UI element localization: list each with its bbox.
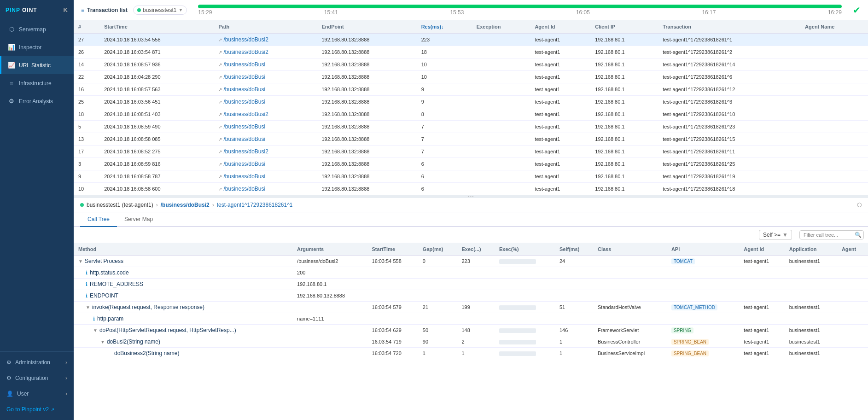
col-endpoint[interactable]: EndPoint	[317, 20, 416, 34]
self-filter-label: Self >=	[763, 232, 781, 238]
ct-col-exec-ms[interactable]: Exec(...)	[457, 243, 495, 256]
cell-agent-name	[800, 146, 868, 158]
detail-tabs: Call Tree Server Map	[74, 212, 868, 227]
table-row[interactable]: 9 2024.10.18 16:08:58 787 ↗/business/doB…	[74, 170, 868, 183]
path-link[interactable]: /business/doBusi	[223, 123, 265, 130]
col-res-ms[interactable]: Res(ms)↓	[417, 20, 472, 34]
table-row[interactable]: 5 2024.10.18 16:08:59 490 ↗/business/doB…	[74, 121, 868, 133]
detail-transaction[interactable]: test-agent1^1729238618261^1	[217, 202, 293, 208]
cell-client-ip: 192.168.80.1	[590, 133, 658, 146]
ct-col-method[interactable]: Method	[74, 243, 292, 256]
path-link[interactable]: /business/doBusi2	[223, 49, 268, 55]
tab-call-tree[interactable]: Call Tree	[80, 212, 117, 227]
collapse-button[interactable]: K	[64, 6, 68, 13]
filter-input[interactable]	[799, 230, 864, 239]
sidebar-item-url-statistic[interactable]: 📈 URL Statistic	[0, 56, 74, 74]
expand-icon[interactable]: ⬡	[857, 202, 862, 208]
ct-col-application[interactable]: Application	[785, 243, 837, 256]
sidebar-item-servermap[interactable]: ⬡ Servermap	[0, 20, 74, 38]
col-num[interactable]: #	[74, 20, 99, 34]
col-transaction[interactable]: Transaction	[658, 20, 800, 34]
sidebar-item-inspector[interactable]: 📊 Inspector	[0, 38, 74, 56]
col-client-ip[interactable]: Client IP	[590, 20, 658, 34]
ct-col-gap-ms[interactable]: Gap(ms)	[418, 243, 457, 256]
ct-col-start-time[interactable]: StartTime	[367, 243, 418, 256]
table-row[interactable]: 25 2024.10.18 16:03:56 451 ↗/business/do…	[74, 96, 868, 108]
ct-cell-exec-pct	[495, 290, 555, 302]
col-start-time[interactable]: StartTime	[99, 20, 214, 34]
calltree-row[interactable]: ▼invoke(Request request, Response respon…	[74, 302, 868, 313]
ct-col-api[interactable]: API	[667, 243, 739, 256]
status-check-icon: ✔	[853, 5, 861, 16]
path-link[interactable]: /business/doBusi2	[223, 111, 268, 117]
tab-server-map[interactable]: Server Map	[117, 212, 160, 227]
cell-transaction: test-agent1^1729238618261^11	[658, 146, 800, 158]
expand-icon[interactable]: ▼	[86, 305, 90, 310]
timeline-label: 15:53	[450, 9, 464, 16]
path-link[interactable]: /business/doBusi	[223, 186, 265, 192]
app-badge[interactable]: businesstest1 ▼	[133, 6, 187, 15]
expand-icon[interactable]: ▼	[93, 328, 98, 333]
calltree-row[interactable]: ▼doBusi2(String name) 16:03:54 719 90 2 …	[74, 336, 868, 348]
ct-col-self-ms[interactable]: Self(ms)	[555, 243, 593, 256]
sidebar-item-administration[interactable]: ⚙ Administration ›	[0, 355, 74, 370]
ct-col-class[interactable]: Class	[593, 243, 667, 256]
path-link[interactable]: /business/doBusi	[223, 173, 265, 180]
ct-cell-self-ms: 1	[555, 348, 593, 359]
calltree-row[interactable]: ▼doPost(HttpServletRequest request, Http…	[74, 325, 868, 336]
table-row[interactable]: 14 2024.10.18 16:08:57 936 ↗/business/do…	[74, 58, 868, 71]
calltree-row[interactable]: doBusiness2(String name) 16:03:54 720 1 …	[74, 348, 868, 359]
cell-endpoint: 192.168.80.132:8888	[317, 71, 416, 83]
path-link[interactable]: /business/doBusi	[223, 74, 265, 80]
ct-cell-gap-ms: 1	[418, 348, 457, 359]
cell-agent-name	[800, 133, 868, 146]
ct-cell-self-ms	[555, 279, 593, 290]
cell-endpoint: 192.168.80.132:8888	[317, 83, 416, 96]
path-link[interactable]: /business/doBusi2	[223, 148, 268, 155]
cell-agent-id: test-agent1	[530, 121, 590, 133]
ct-col-agent-id[interactable]: Agent Id	[739, 243, 784, 256]
calltree-row[interactable]: ℹENDPOINT 192.168.80.132:8888	[74, 290, 868, 302]
table-row[interactable]: 22 2024.10.18 16:04:28 290 ↗/business/do…	[74, 71, 868, 83]
expand-icon[interactable]: ▼	[78, 259, 83, 264]
calltree-row[interactable]: ℹREMOTE_ADDRESS 192.168.80.1	[74, 279, 868, 290]
table-row[interactable]: 16 2024.10.18 16:08:57 563 ↗/business/do…	[74, 83, 868, 96]
calltree-row[interactable]: ℹhttp.param name=1111	[74, 313, 868, 325]
path-link[interactable]: /business/doBusi	[223, 61, 265, 68]
self-filter[interactable]: Self >= ▼	[759, 230, 792, 240]
ct-col-exec-pct[interactable]: Exec(%)	[495, 243, 555, 256]
path-link[interactable]: /business/doBusi2	[223, 36, 268, 43]
ct-cell-agent-name	[837, 348, 868, 359]
sidebar-item-user[interactable]: 👤 User ›	[0, 386, 74, 402]
path-link[interactable]: /business/doBusi	[223, 161, 265, 167]
table-row[interactable]: 26 2024.10.18 16:03:54 871 ↗/business/do…	[74, 46, 868, 58]
col-agent-id[interactable]: Agent Id	[530, 20, 590, 34]
col-path[interactable]: Path	[214, 20, 317, 34]
expand-icon[interactable]: ▼	[100, 339, 105, 344]
cell-agent-id: test-agent1	[530, 146, 590, 158]
cell-agent-name	[800, 71, 868, 83]
path-link[interactable]: /business/doBusi	[223, 86, 265, 93]
col-exception[interactable]: Exception	[472, 20, 530, 34]
sidebar-item-infrastructure[interactable]: ≡ Infrastructure	[0, 74, 74, 92]
sidebar-item-error-analysis[interactable]: ⚙ Error Analysis	[0, 92, 74, 110]
chevron-right-icon: ›	[65, 375, 67, 381]
table-row[interactable]: 18 2024.10.18 16:08:51 403 ↗/business/do…	[74, 108, 868, 121]
go-pinpoint-link[interactable]: Go to Pinpoint v2 ↗	[0, 402, 74, 417]
calltree-row[interactable]: ▼Servlet Process /business/doBusi2 16:03…	[74, 256, 868, 267]
col-agent-name[interactable]: Agent Name	[800, 20, 868, 34]
calltree-row[interactable]: ℹhttp.status.code 200	[74, 267, 868, 279]
sidebar-item-configuration[interactable]: ⚙ Configuration ›	[0, 370, 74, 386]
table-row[interactable]: 27 2024.10.18 16:03:54 558 ↗/business/do…	[74, 34, 868, 46]
ct-cell-start-time: 16:03:54 558	[367, 256, 418, 267]
path-link[interactable]: /business/doBusi	[223, 136, 265, 142]
path-link[interactable]: /business/doBusi	[223, 99, 265, 105]
detail-path[interactable]: /business/doBusi2	[161, 202, 210, 208]
ct-col-arguments[interactable]: Arguments	[292, 243, 367, 256]
table-row[interactable]: 13 2024.10.18 16:08:58 085 ↗/business/do…	[74, 133, 868, 146]
ct-cell-gap-ms	[418, 313, 457, 325]
table-row[interactable]: 17 2024.10.18 16:08:52 275 ↗/business/do…	[74, 146, 868, 158]
ct-col-agent-name[interactable]: Agent	[837, 243, 868, 256]
table-row[interactable]: 3 2024.10.18 16:08:59 816 ↗/business/doB…	[74, 158, 868, 170]
cell-path: ↗/business/doBusi	[214, 96, 317, 108]
